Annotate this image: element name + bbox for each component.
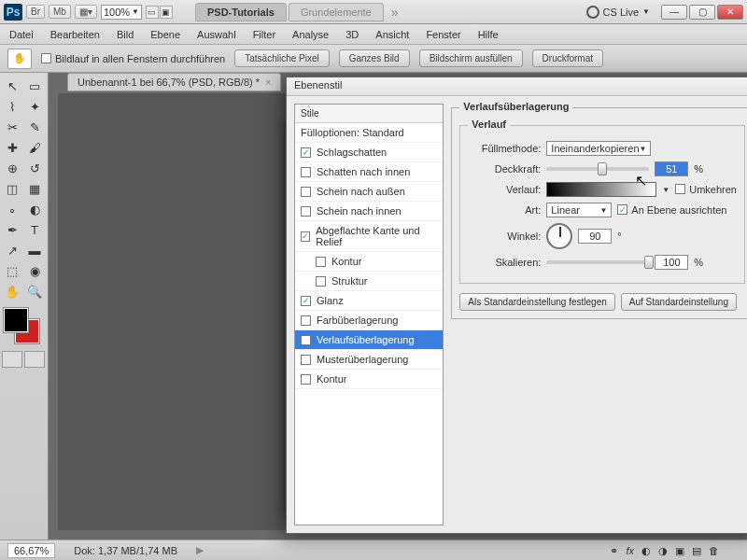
gradient-style-select[interactable]: Linear▼ [546,203,612,217]
arrange-icon[interactable]: ▭ [146,6,159,19]
styles-list: Stile Fülloptionen: Standard ✓Schlagscha… [294,104,444,525]
make-default-button[interactable]: Als Standardeinstellung festlegen [459,293,614,311]
doc-size-label: Dok: 1,37 MB/1,74 MB [74,545,177,556]
trash-icon[interactable]: 🗑 [709,545,719,557]
opacity-field[interactable]: 51 [655,161,688,176]
style-item-schlagschatten[interactable]: ✓Schlagschatten [295,143,443,162]
zoom-field[interactable]: 66,67% [7,543,55,558]
3d-cam-tool[interactable]: ◉ [24,261,45,280]
gradient-overlay-section: Verlaufsüberlagerung Verlauf Füllmethode… [451,107,747,319]
minimize-button[interactable]: — [661,5,687,20]
angle-field[interactable]: 90 [578,229,612,244]
reset-default-button[interactable]: Auf Standardeinstellung [621,293,737,311]
fit-screen-button[interactable]: Ganzes Bild [339,49,410,67]
zoom-select[interactable]: 100%▼ [101,5,142,20]
menu-3d[interactable]: 3D [345,29,359,40]
scroll-all-checkbox[interactable]: Bildlauf in allen Fenstern durchführen [41,53,225,64]
wand-tool[interactable]: ✦ [24,97,45,116]
style-item-verlaufs-berlagerung[interactable]: ✓Verlaufsüberlagerung [295,330,443,350]
heal-tool[interactable]: ✚ [2,138,22,157]
ps-app-icon: Ps [4,4,22,21]
menu-bild[interactable]: Bild [117,29,134,40]
zoom-tool[interactable]: 🔍 [24,282,45,301]
newlayer-icon[interactable]: ▤ [692,545,701,557]
dodge-tool[interactable]: ◐ [24,200,45,218]
style-item-kontur[interactable]: Kontur [295,252,443,272]
cs-live[interactable]: CS Live▼ [586,6,650,19]
crop-tool[interactable]: ✂ [2,118,22,136]
style-item-schatten-nach-innen[interactable]: Schatten nach innen [295,162,443,182]
lasso-tool[interactable]: ⌇ [2,97,22,116]
adjust-icon[interactable]: ◑ [658,545,668,557]
screenmode-icon[interactable]: ▣ [160,6,173,19]
cslive-icon [586,6,599,19]
more-workspaces-icon[interactable]: » [391,5,399,20]
link-icon[interactable]: ⚭ [610,545,618,557]
type-tool[interactable]: T [24,220,45,239]
close-doc-icon[interactable]: × [265,77,271,88]
hand-tool[interactable]: ✋ [2,282,22,301]
menu-fenster[interactable]: Fenster [426,29,460,40]
gradient-picker[interactable] [546,182,656,197]
titlebar: Ps Br Mb ▦▾ 100%▼ ▭ ▣ PSD-Tutorials Grun… [0,0,747,24]
menu-ansicht[interactable]: Ansicht [375,29,409,40]
gradient-tool[interactable]: ▦ [24,179,45,198]
workspace-tab-grundelemente[interactable]: Grundelemente [289,3,384,21]
hand-tool-icon[interactable]: ✋ [7,49,32,69]
move-tool[interactable]: ↖ [2,77,22,95]
color-swatches[interactable] [2,308,46,345]
marquee-tool[interactable]: ▭ [24,77,45,95]
fill-options-item[interactable]: Fülloptionen: Standard [295,123,443,143]
minibridge-button[interactable]: Mb [49,5,71,19]
styles-header[interactable]: Stile [295,105,443,123]
fx-icon[interactable]: fx [626,545,634,557]
menu-ebene[interactable]: Ebene [150,29,180,40]
style-item-schein-nach-innen[interactable]: Schein nach innen [295,202,443,221]
stamp-tool[interactable]: ⊕ [2,159,22,177]
history-brush-tool[interactable]: ↺ [24,159,45,177]
angle-dial[interactable] [546,223,572,249]
style-item-glanz[interactable]: ✓Glanz [295,291,443,311]
eyedropper-tool[interactable]: ✎ [24,118,45,136]
style-item-kontur[interactable]: Kontur [295,370,443,389]
menu-auswahl[interactable]: Auswahl [197,29,236,40]
workspace-tab-tutorials[interactable]: PSD-Tutorials [195,3,287,21]
blur-tool[interactable]: ∘ [2,200,22,218]
scale-slider[interactable] [546,260,649,264]
path-tool[interactable]: ↗ [2,241,22,259]
scale-field[interactable]: 100 [655,255,688,270]
close-button[interactable]: ✕ [717,5,743,20]
opacity-slider[interactable] [546,167,649,171]
workspace-tabs: PSD-Tutorials Grundelemente [195,3,384,21]
menu-analyse[interactable]: Analyse [292,29,329,40]
eraser-tool[interactable]: ◫ [2,179,22,198]
align-layer-checkbox[interactable]: ✓An Ebene ausrichten [617,204,726,216]
style-item-struktur[interactable]: Struktur [295,272,443,291]
style-item-muster-berlagerung[interactable]: Musterüberlagerung [295,350,443,370]
bridge-button[interactable]: Br [26,5,45,19]
menu-hilfe[interactable]: Hilfe [478,29,499,40]
maximize-button[interactable]: ▢ [689,5,715,20]
viewextras-button[interactable]: ▦▾ [75,5,97,19]
fill-screen-button[interactable]: Bildschirm ausfüllen [419,49,523,67]
document-tab[interactable]: Unbenannt-1 bei 66,7% (PSD, RGB/8) *× [67,73,281,91]
print-size-button[interactable]: Druckformat [532,49,603,67]
mask-icon[interactable]: ◐ [641,545,651,557]
style-item-schein-nach-au-en[interactable]: Schein nach außen [295,182,443,202]
reverse-checkbox[interactable]: Umkehren [675,184,737,195]
style-item-abgeflachte-kante-und-relief[interactable]: ✓Abgeflachte Kante und Relief [295,221,443,252]
shape-tool[interactable]: ▬ [24,241,45,259]
menu-filter[interactable]: Filter [253,29,275,40]
foreground-color[interactable] [4,308,28,332]
menu-datei[interactable]: Datei [9,29,34,40]
quickmask-button[interactable] [2,351,22,368]
pen-tool[interactable]: ✒ [2,220,22,239]
style-item-farb-berlagerung[interactable]: Farbüberlagerung [295,311,443,330]
menu-bearbeiten[interactable]: Bearbeiten [50,29,100,40]
screenmode-button[interactable] [24,351,45,368]
actual-pixels-button[interactable]: Tatsächliche Pixel [234,49,329,67]
blendmode-select[interactable]: Ineinanderkopieren▼ [546,141,651,156]
folder-icon[interactable]: ▣ [675,545,684,557]
3d-tool[interactable]: ⬚ [2,261,22,280]
brush-tool[interactable]: 🖌 [24,138,45,157]
